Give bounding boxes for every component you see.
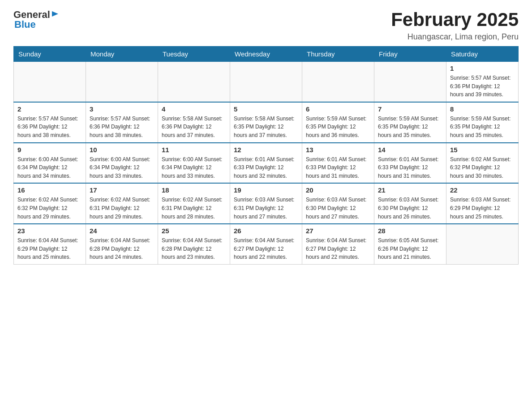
logo-blue-text: Blue (13, 19, 36, 30)
day-number: 25 (162, 227, 226, 235)
day-number: 7 (378, 105, 442, 113)
day-info: Sunrise: 6:00 AM Sunset: 6:34 PM Dayligh… (17, 155, 82, 180)
day-number: 24 (90, 227, 154, 235)
calendar-table: SundayMondayTuesdayWednesdayThursdayFrid… (13, 46, 519, 265)
day-number: 10 (90, 146, 154, 154)
calendar-week-row: 9Sunrise: 6:00 AM Sunset: 6:34 PM Daylig… (14, 143, 519, 184)
day-info: Sunrise: 6:01 AM Sunset: 6:33 PM Dayligh… (234, 155, 298, 180)
day-number: 20 (306, 186, 370, 194)
days-of-week-row: SundayMondayTuesdayWednesdayThursdayFrid… (14, 47, 519, 62)
day-number: 1 (450, 64, 515, 72)
day-info: Sunrise: 5:57 AM Sunset: 6:36 PM Dayligh… (450, 74, 515, 99)
day-info: Sunrise: 5:57 AM Sunset: 6:36 PM Dayligh… (17, 115, 82, 140)
day-of-week-header: Tuesday (158, 47, 230, 62)
day-number: 28 (378, 227, 442, 235)
day-number: 18 (162, 186, 226, 194)
calendar-day-cell: 21Sunrise: 6:03 AM Sunset: 6:30 PM Dayli… (374, 183, 446, 224)
day-info: Sunrise: 6:03 AM Sunset: 6:31 PM Dayligh… (234, 196, 298, 221)
calendar-day-cell: 18Sunrise: 6:02 AM Sunset: 6:31 PM Dayli… (158, 183, 230, 224)
day-info: Sunrise: 6:04 AM Sunset: 6:28 PM Dayligh… (90, 236, 154, 261)
day-info: Sunrise: 5:59 AM Sunset: 6:35 PM Dayligh… (306, 115, 370, 140)
calendar-day-cell (302, 62, 374, 102)
day-info: Sunrise: 6:04 AM Sunset: 6:29 PM Dayligh… (17, 236, 82, 261)
logo-flag-icon (51, 10, 59, 18)
day-number: 3 (90, 105, 154, 113)
day-of-week-header: Thursday (302, 47, 374, 62)
day-info: Sunrise: 6:02 AM Sunset: 6:31 PM Dayligh… (162, 196, 226, 221)
calendar-day-cell: 14Sunrise: 6:01 AM Sunset: 6:33 PM Dayli… (374, 143, 446, 184)
day-of-week-header: Wednesday (230, 47, 302, 62)
day-info: Sunrise: 5:59 AM Sunset: 6:35 PM Dayligh… (450, 115, 515, 140)
calendar-day-cell: 16Sunrise: 6:02 AM Sunset: 6:32 PM Dayli… (14, 183, 86, 224)
calendar-day-cell: 26Sunrise: 6:04 AM Sunset: 6:27 PM Dayli… (230, 224, 302, 264)
calendar-day-cell: 2Sunrise: 5:57 AM Sunset: 6:36 PM Daylig… (14, 102, 86, 143)
calendar-week-row: 1Sunrise: 5:57 AM Sunset: 6:36 PM Daylig… (14, 62, 519, 102)
day-number: 4 (162, 105, 226, 113)
calendar-week-row: 16Sunrise: 6:02 AM Sunset: 6:32 PM Dayli… (14, 183, 519, 224)
day-info: Sunrise: 6:03 AM Sunset: 6:29 PM Dayligh… (450, 196, 515, 221)
day-of-week-header: Friday (374, 47, 446, 62)
day-info: Sunrise: 6:03 AM Sunset: 6:30 PM Dayligh… (378, 196, 442, 221)
day-of-week-header: Monday (86, 47, 158, 62)
day-info: Sunrise: 6:03 AM Sunset: 6:30 PM Dayligh… (306, 196, 370, 221)
day-number: 11 (162, 146, 226, 154)
day-info: Sunrise: 6:02 AM Sunset: 6:32 PM Dayligh… (450, 155, 515, 180)
calendar-day-cell: 9Sunrise: 6:00 AM Sunset: 6:34 PM Daylig… (14, 143, 86, 184)
day-info: Sunrise: 5:58 AM Sunset: 6:35 PM Dayligh… (234, 115, 298, 140)
logo: General Blue (13, 9, 59, 30)
day-info: Sunrise: 6:02 AM Sunset: 6:32 PM Dayligh… (17, 196, 82, 221)
calendar-day-cell: 10Sunrise: 6:00 AM Sunset: 6:34 PM Dayli… (86, 143, 158, 184)
day-number: 27 (306, 227, 370, 235)
title-area: February 2025 Huangascar, Lima region, P… (391, 9, 519, 42)
day-info: Sunrise: 6:04 AM Sunset: 6:27 PM Dayligh… (234, 236, 298, 261)
day-number: 14 (378, 146, 442, 154)
day-info: Sunrise: 6:00 AM Sunset: 6:34 PM Dayligh… (162, 155, 226, 180)
calendar-day-cell: 13Sunrise: 6:01 AM Sunset: 6:33 PM Dayli… (302, 143, 374, 184)
day-info: Sunrise: 5:58 AM Sunset: 6:36 PM Dayligh… (162, 115, 226, 140)
day-number: 17 (90, 186, 154, 194)
day-info: Sunrise: 6:00 AM Sunset: 6:34 PM Dayligh… (90, 155, 154, 180)
day-number: 8 (450, 105, 515, 113)
day-info: Sunrise: 6:01 AM Sunset: 6:33 PM Dayligh… (378, 155, 442, 180)
day-number: 19 (234, 186, 298, 194)
calendar-day-cell (86, 62, 158, 102)
calendar-day-cell: 11Sunrise: 6:00 AM Sunset: 6:34 PM Dayli… (158, 143, 230, 184)
day-number: 21 (378, 186, 442, 194)
calendar-day-cell: 19Sunrise: 6:03 AM Sunset: 6:31 PM Dayli… (230, 183, 302, 224)
calendar-day-cell: 12Sunrise: 6:01 AM Sunset: 6:33 PM Dayli… (230, 143, 302, 184)
day-number: 9 (17, 146, 82, 154)
svg-marker-0 (52, 11, 58, 17)
calendar-day-cell: 8Sunrise: 5:59 AM Sunset: 6:35 PM Daylig… (446, 102, 519, 143)
calendar-day-cell: 27Sunrise: 6:04 AM Sunset: 6:27 PM Dayli… (302, 224, 374, 264)
day-number: 26 (234, 227, 298, 235)
calendar-day-cell: 15Sunrise: 6:02 AM Sunset: 6:32 PM Dayli… (446, 143, 519, 184)
calendar-day-cell (446, 224, 519, 264)
calendar-day-cell: 6Sunrise: 5:59 AM Sunset: 6:35 PM Daylig… (302, 102, 374, 143)
day-of-week-header: Sunday (14, 47, 86, 62)
day-number: 13 (306, 146, 370, 154)
day-number: 15 (450, 146, 515, 154)
day-number: 22 (450, 186, 515, 194)
calendar-day-cell: 5Sunrise: 5:58 AM Sunset: 6:35 PM Daylig… (230, 102, 302, 143)
calendar-day-cell: 1Sunrise: 5:57 AM Sunset: 6:36 PM Daylig… (446, 62, 519, 102)
calendar-week-row: 23Sunrise: 6:04 AM Sunset: 6:29 PM Dayli… (14, 224, 519, 264)
day-info: Sunrise: 6:04 AM Sunset: 6:28 PM Dayligh… (162, 236, 226, 261)
calendar-day-cell (14, 62, 86, 102)
day-number: 12 (234, 146, 298, 154)
day-number: 5 (234, 105, 298, 113)
calendar-week-row: 2Sunrise: 5:57 AM Sunset: 6:36 PM Daylig… (14, 102, 519, 143)
calendar-day-cell: 28Sunrise: 6:05 AM Sunset: 6:26 PM Dayli… (374, 224, 446, 264)
calendar-day-cell: 24Sunrise: 6:04 AM Sunset: 6:28 PM Dayli… (86, 224, 158, 264)
day-info: Sunrise: 6:04 AM Sunset: 6:27 PM Dayligh… (306, 236, 370, 261)
calendar-day-cell: 23Sunrise: 6:04 AM Sunset: 6:29 PM Dayli… (14, 224, 86, 264)
day-of-week-header: Saturday (446, 47, 519, 62)
day-number: 23 (17, 227, 82, 235)
calendar-day-cell: 22Sunrise: 6:03 AM Sunset: 6:29 PM Dayli… (446, 183, 519, 224)
calendar-day-cell: 4Sunrise: 5:58 AM Sunset: 6:36 PM Daylig… (158, 102, 230, 143)
day-number: 2 (17, 105, 82, 113)
calendar-body: 1Sunrise: 5:57 AM Sunset: 6:36 PM Daylig… (14, 62, 519, 265)
calendar-day-cell (230, 62, 302, 102)
calendar-day-cell: 7Sunrise: 5:59 AM Sunset: 6:35 PM Daylig… (374, 102, 446, 143)
day-number: 6 (306, 105, 370, 113)
calendar-day-cell (374, 62, 446, 102)
